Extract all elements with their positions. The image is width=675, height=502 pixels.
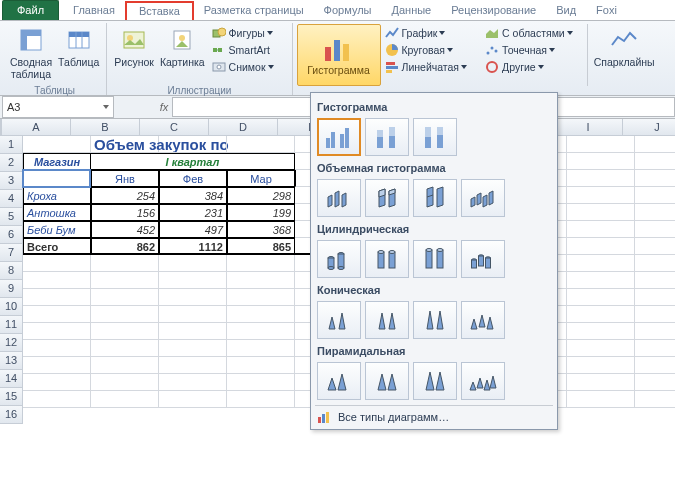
btn-pie[interactable]: Круговая [385, 41, 468, 58]
cell[interactable] [567, 170, 635, 187]
cell[interactable] [635, 272, 675, 289]
cell[interactable] [23, 170, 91, 187]
cell[interactable]: Объем закупок по [91, 136, 159, 153]
chart-3d-clustered[interactable] [317, 179, 361, 217]
cell[interactable] [23, 391, 91, 408]
cell[interactable] [227, 306, 295, 323]
btn-picture[interactable]: Рисунок [111, 24, 157, 75]
chart-pyr-3d[interactable] [461, 362, 505, 400]
cell[interactable] [159, 136, 227, 153]
cell[interactable] [159, 323, 227, 340]
cell[interactable] [91, 391, 159, 408]
cell[interactable]: Антошка [23, 204, 91, 221]
chart-cone-3d[interactable] [461, 301, 505, 339]
cell[interactable] [23, 272, 91, 289]
btn-other[interactable]: Другие [485, 58, 573, 75]
cell[interactable]: 452 [91, 221, 159, 238]
cell[interactable] [23, 255, 91, 272]
col-header[interactable]: C [140, 119, 209, 136]
cell[interactable]: 156 [91, 204, 159, 221]
cell[interactable]: Мар [227, 170, 295, 187]
cell[interactable] [635, 204, 675, 221]
cell[interactable] [23, 323, 91, 340]
cell[interactable]: Янв [91, 170, 159, 187]
btn-histogram[interactable]: Гистограмма [297, 24, 381, 86]
cell[interactable] [227, 255, 295, 272]
chart-pyr-stacked[interactable] [365, 362, 409, 400]
chart-cone-clustered[interactable] [317, 301, 361, 339]
row-header[interactable]: 14 [0, 370, 23, 388]
chart-pyr-clustered[interactable] [317, 362, 361, 400]
row-header[interactable]: 9 [0, 280, 23, 298]
cell[interactable]: 1112 [159, 238, 227, 255]
cell[interactable] [635, 136, 675, 153]
cell[interactable] [635, 357, 675, 374]
cell[interactable] [567, 153, 635, 170]
cell[interactable] [23, 136, 91, 153]
cell[interactable] [567, 306, 635, 323]
cell[interactable] [91, 272, 159, 289]
cell[interactable] [227, 289, 295, 306]
chart-cone-100pct[interactable] [413, 301, 457, 339]
btn-clipart[interactable]: Картинка [157, 24, 208, 75]
cell[interactable] [91, 323, 159, 340]
cell[interactable] [227, 357, 295, 374]
cell[interactable]: I квартал [91, 153, 295, 170]
cell[interactable] [567, 272, 635, 289]
btn-pivot-table[interactable]: Сводная таблица [7, 24, 55, 80]
cell[interactable]: 384 [159, 187, 227, 204]
chart-3d-column[interactable] [461, 179, 505, 217]
cell[interactable]: 862 [91, 238, 159, 255]
cell[interactable] [567, 357, 635, 374]
cell[interactable] [635, 306, 675, 323]
fx-label[interactable]: fx [156, 101, 172, 113]
cell[interactable] [567, 374, 635, 391]
btn-bar[interactable]: Линейчатая [385, 58, 468, 75]
cell[interactable] [159, 374, 227, 391]
tab-foxit[interactable]: Foxi [586, 1, 627, 20]
btn-scatter[interactable]: Точечная [485, 41, 573, 58]
cell[interactable] [159, 340, 227, 357]
row-header[interactable]: 7 [0, 244, 23, 262]
btn-graph[interactable]: График [385, 24, 468, 41]
row-header[interactable]: 5 [0, 208, 23, 226]
btn-table[interactable]: Таблица [55, 24, 102, 80]
cell[interactable] [159, 306, 227, 323]
cell[interactable] [567, 204, 635, 221]
cell[interactable] [635, 187, 675, 204]
cell[interactable]: 368 [227, 221, 295, 238]
cell[interactable] [227, 340, 295, 357]
col-header[interactable]: J [623, 119, 675, 136]
cell[interactable] [635, 289, 675, 306]
cell[interactable] [635, 221, 675, 238]
chart-cyl-3d[interactable] [461, 240, 505, 278]
cell[interactable] [23, 306, 91, 323]
cell[interactable] [635, 153, 675, 170]
chart-clustered-column[interactable] [317, 118, 361, 156]
cell[interactable] [635, 170, 675, 187]
cell[interactable] [567, 187, 635, 204]
cell[interactable] [635, 255, 675, 272]
cell[interactable] [159, 357, 227, 374]
row-header[interactable]: 2 [0, 154, 23, 172]
cell[interactable] [567, 289, 635, 306]
chart-cone-stacked[interactable] [365, 301, 409, 339]
cell[interactable] [23, 374, 91, 391]
cell[interactable] [635, 238, 675, 255]
cell[interactable] [567, 221, 635, 238]
cell[interactable] [159, 289, 227, 306]
chart-cyl-stacked[interactable] [365, 240, 409, 278]
cell[interactable]: Магазин [23, 153, 91, 170]
row-header[interactable]: 3 [0, 172, 23, 190]
btn-smartart[interactable]: SmartArt [212, 41, 274, 58]
tab-insert[interactable]: Вставка [125, 1, 194, 20]
cell[interactable]: Кроха [23, 187, 91, 204]
cell[interactable] [227, 374, 295, 391]
col-header[interactable]: I [554, 119, 623, 136]
tab-layout[interactable]: Разметка страницы [194, 1, 314, 20]
tab-formulas[interactable]: Формулы [314, 1, 382, 20]
cell[interactable] [159, 391, 227, 408]
row-header[interactable]: 8 [0, 262, 23, 280]
cell[interactable]: Фев [159, 170, 227, 187]
chart-cyl-100pct[interactable] [413, 240, 457, 278]
